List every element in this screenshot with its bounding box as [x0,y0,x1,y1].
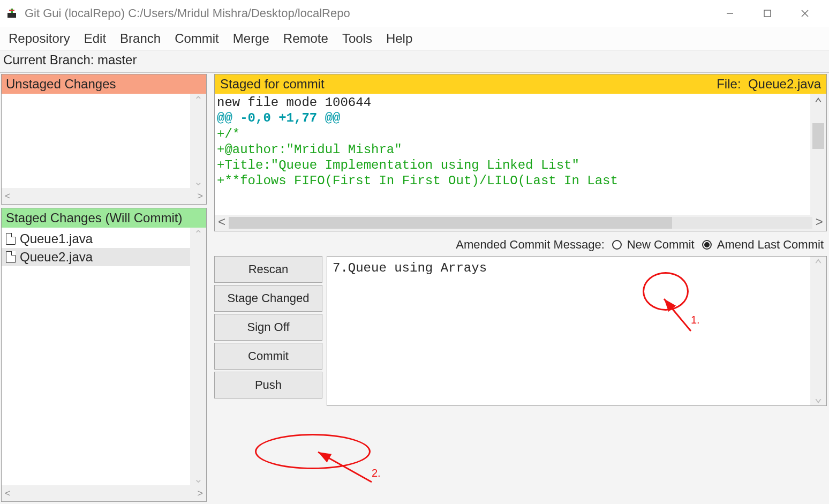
file-icon [6,233,16,245]
diff-hscrollbar[interactable]: < > [215,215,826,231]
push-button[interactable]: Push [214,372,322,398]
unstaged-vscrollbar[interactable]: ⌃ ⌄ [190,94,206,188]
radio-new-commit[interactable] [612,240,622,250]
menu-tools[interactable]: Tools [342,31,372,46]
diff-line: +**folows FIFO(First In First Out)/LILO(… [217,173,826,189]
unstaged-panel: Unstaged Changes ⌃ ⌄ < > [1,74,207,205]
scroll-thumb[interactable] [229,217,672,229]
diff-panel: Staged for commit File: Queue2.java new … [214,74,827,231]
menu-bar: Repository Edit Branch Commit Merge Remo… [0,27,829,50]
staged-file-name: Queue2.java [20,250,93,265]
scroll-right-icon[interactable]: > [197,191,203,202]
scroll-up-icon[interactable]: ⌃ [194,228,203,240]
radio-new-commit-label[interactable]: New Commit [627,238,695,252]
staged-file-row[interactable]: Queue2.java [2,248,206,266]
commit-message-text: 7.Queue using Arrays [333,261,487,275]
scroll-right-icon[interactable]: > [816,215,823,230]
svg-rect-2 [9,10,14,11]
app-icon [5,7,18,20]
menu-edit[interactable]: Edit [84,31,106,46]
staged-file-name: Queue1.java [20,231,93,246]
commit-button[interactable]: Commit [214,343,322,370]
file-icon [6,251,16,263]
menu-remote[interactable]: Remote [283,31,328,46]
current-branch-name: master [97,52,137,67]
scroll-track[interactable] [229,217,812,229]
scroll-up-icon[interactable]: ⌃ [815,257,822,272]
unstaged-header: Unstaged Changes [2,74,206,94]
current-branch-row: Current Branch: master [0,50,829,73]
scroll-left-icon[interactable]: < [218,215,225,230]
diff-file-label: File: [717,77,741,92]
scroll-down-icon[interactable]: ⌄ [194,175,203,188]
menu-repository[interactable]: Repository [9,31,70,46]
staged-vscrollbar[interactable]: ⌃ ⌄ [190,228,206,485]
diff-line: new file mode 100644 [217,95,826,110]
scroll-left-icon[interactable]: < [5,488,11,499]
current-branch-label: Current Branch: [3,52,97,67]
commit-options-row: Amended Commit Message: New Commit Amend… [214,236,827,256]
staged-file-row[interactable]: Queue1.java [2,230,206,248]
diff-header: Staged for commit File: Queue2.java [215,74,826,94]
commit-message-vscrollbar[interactable]: ⌃ ⌄ [810,257,826,405]
commit-message-label: Amended Commit Message: [456,238,605,252]
scroll-right-icon[interactable]: > [197,488,203,499]
unstaged-hscrollbar[interactable]: < > [2,188,206,204]
rescan-button[interactable]: Rescan [214,256,322,283]
scroll-left-icon[interactable]: < [5,191,11,202]
staged-list[interactable]: Queue1.java Queue2.java ⌃ ⌄ < > [2,228,206,501]
maximize-button[interactable] [749,0,786,27]
window-title: Git Gui (localRepo) C:/Users/Mridul Mish… [25,6,711,20]
scroll-down-icon[interactable]: ⌄ [815,390,822,405]
svg-rect-0 [7,13,16,18]
commit-message-input[interactable]: 7.Queue using Arrays ⌃ ⌄ [327,256,827,406]
menu-commit[interactable]: Commit [175,31,219,46]
diff-line: +Title:"Queue Implementation using Linke… [217,157,826,173]
radio-amend-last-label[interactable]: Amend Last Commit [717,238,824,252]
minimize-button[interactable] [711,0,749,27]
window-controls [711,0,824,27]
stage-changed-button[interactable]: Stage Changed [214,285,322,312]
diff-line: +/* [217,126,826,142]
staged-header: Staged Changes (Will Commit) [2,208,206,228]
menu-branch[interactable]: Branch [120,31,161,46]
menu-help[interactable]: Help [386,31,412,46]
radio-amend-last[interactable] [702,240,712,250]
close-button[interactable] [786,0,824,27]
scroll-thumb[interactable] [812,123,824,149]
svg-rect-4 [764,10,771,17]
staged-hscrollbar[interactable]: < > [2,485,206,501]
diff-file-name: Queue2.java [748,77,821,92]
scroll-down-icon[interactable]: ⌄ [194,472,203,485]
menu-merge[interactable]: Merge [233,31,269,46]
diff-view[interactable]: new file mode 100644 @@ -0,0 +1,77 @@ +/… [215,94,826,231]
action-button-column: Rescan Stage Changed Sign Off Commit Pus… [214,256,322,406]
window-titlebar: Git Gui (localRepo) C:/Users/Mridul Mish… [0,0,829,27]
sign-off-button[interactable]: Sign Off [214,314,322,341]
diff-line: @@ -0,0 +1,77 @@ [217,110,826,126]
diff-vscrollbar[interactable]: ⌃ [810,94,826,215]
diff-header-title: Staged for commit [220,77,325,92]
diff-line: +@author:"Mridul Mishra" [217,142,826,157]
scroll-up-icon[interactable]: ⌃ [815,96,822,111]
staged-panel: Staged Changes (Will Commit) Queue1.java… [1,208,207,502]
scroll-up-icon[interactable]: ⌃ [194,94,203,107]
unstaged-list[interactable]: ⌃ ⌄ < > [2,94,206,204]
